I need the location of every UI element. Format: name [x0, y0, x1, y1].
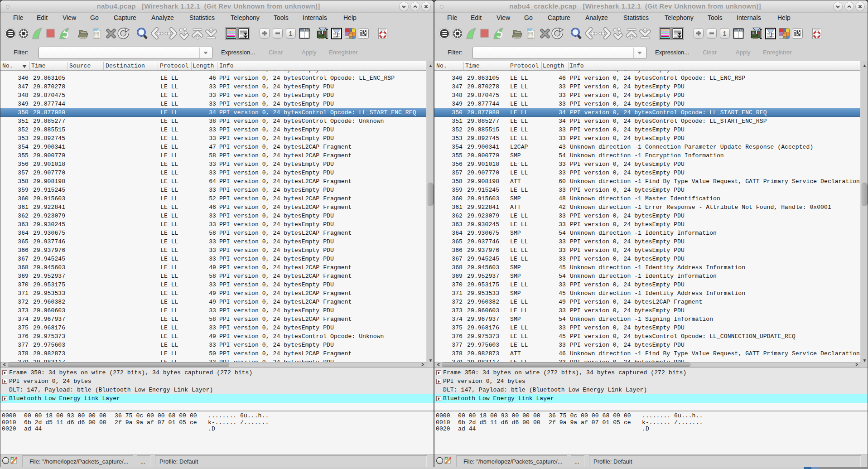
svg-text:1: 1	[723, 30, 727, 37]
svg-text:1: 1	[289, 30, 293, 37]
svg-text:0111: 0111	[528, 37, 533, 39]
svg-text:0111: 0111	[94, 37, 99, 39]
